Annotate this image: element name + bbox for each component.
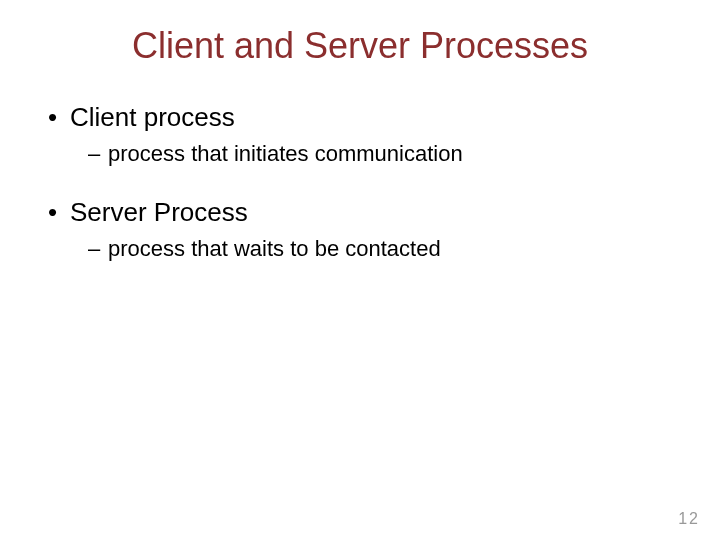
bullet-level2: process that waits to be contacted	[40, 236, 680, 262]
page-number: 12	[678, 510, 700, 528]
bullet-level2: process that initiates communication	[40, 141, 680, 167]
bullet-level1: Client process	[40, 102, 680, 133]
bullet-list: Client process process that initiates co…	[40, 102, 680, 262]
slide-title: Client and Server Processes	[40, 25, 680, 67]
bullet-level1: Server Process	[40, 197, 680, 228]
slide-container: Client and Server Processes Client proce…	[0, 0, 720, 540]
